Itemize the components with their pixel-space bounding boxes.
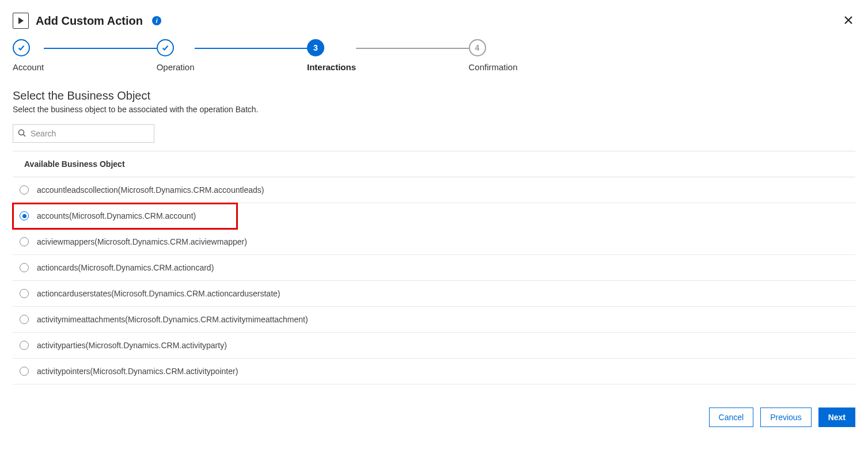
- header-left: Add Custom Action i: [13, 13, 161, 29]
- search-input[interactable]: [29, 128, 149, 139]
- table-row[interactable]: accounts(Microsoft.Dynamics.CRM.account): [13, 203, 237, 229]
- table-row[interactable]: actioncarduserstates(Microsoft.Dynamics.…: [13, 281, 855, 307]
- radio-button[interactable]: [20, 341, 29, 350]
- search-box[interactable]: [13, 124, 154, 143]
- step-label: Confirmation: [469, 62, 518, 72]
- app-icon: [13, 13, 29, 29]
- step-account[interactable]: Account: [13, 39, 44, 72]
- row-label: aciviewmappers(Microsoft.Dynamics.CRM.ac…: [37, 237, 247, 246]
- section-title: Select the Business Object: [13, 89, 855, 102]
- step-connector: [44, 48, 156, 49]
- close-icon[interactable]: [842, 13, 855, 29]
- svg-marker-0: [18, 17, 24, 24]
- table-row[interactable]: activitymimeattachments(Microsoft.Dynami…: [13, 307, 855, 333]
- step-connector: [195, 48, 307, 49]
- radio-button[interactable]: [20, 367, 29, 376]
- radio-button[interactable]: [20, 315, 29, 324]
- table-row[interactable]: activitypointers(Microsoft.Dynamics.CRM.…: [13, 359, 855, 384]
- stepper: AccountOperation3Interactions4Confirmati…: [13, 39, 855, 72]
- table-row[interactable]: accountleadscollection(Microsoft.Dynamic…: [13, 177, 855, 203]
- table-row[interactable]: activityparties(Microsoft.Dynamics.CRM.a…: [13, 333, 855, 359]
- radio-button[interactable]: [20, 211, 29, 220]
- search-icon: [18, 129, 26, 139]
- row-label: activitymimeattachments(Microsoft.Dynami…: [37, 315, 308, 324]
- step-label: Account: [13, 62, 44, 72]
- radio-button[interactable]: [20, 237, 29, 246]
- svg-point-1: [19, 130, 24, 135]
- step-circle: [13, 39, 30, 56]
- step-circle: [157, 39, 174, 56]
- table-row[interactable]: actioncards(Microsoft.Dynamics.CRM.actio…: [13, 255, 855, 281]
- radio-button[interactable]: [20, 185, 29, 195]
- info-icon[interactable]: i: [152, 16, 161, 25]
- table-header: Available Business Object: [13, 151, 855, 177]
- table-row[interactable]: aciviewmappers(Microsoft.Dynamics.CRM.ac…: [13, 229, 855, 255]
- section-subtitle: Select the business object to be associa…: [13, 105, 855, 114]
- row-label: accountleadscollection(Microsoft.Dynamic…: [37, 185, 264, 195]
- step-interactions[interactable]: 3Interactions: [307, 39, 356, 72]
- next-button[interactable]: Next: [818, 408, 855, 427]
- dialog-title: Add Custom Action: [36, 14, 143, 28]
- row-label: activitypointers(Microsoft.Dynamics.CRM.…: [37, 367, 238, 376]
- business-object-table: Available Business Object accountleadsco…: [13, 151, 855, 384]
- svg-line-2: [24, 134, 26, 136]
- previous-button[interactable]: Previous: [760, 408, 811, 427]
- step-circle: 4: [469, 39, 486, 56]
- step-operation[interactable]: Operation: [157, 39, 195, 72]
- step-connector: [356, 48, 468, 49]
- cancel-button[interactable]: Cancel: [709, 408, 754, 427]
- radio-button[interactable]: [20, 289, 29, 298]
- step-label: Operation: [157, 62, 195, 72]
- row-label: actioncards(Microsoft.Dynamics.CRM.actio…: [37, 263, 214, 272]
- step-label: Interactions: [307, 62, 356, 72]
- row-label: activityparties(Microsoft.Dynamics.CRM.a…: [37, 341, 227, 350]
- table-body: accountleadscollection(Microsoft.Dynamic…: [13, 177, 855, 384]
- row-label: accounts(Microsoft.Dynamics.CRM.account): [37, 211, 196, 220]
- row-label: actioncarduserstates(Microsoft.Dynamics.…: [37, 289, 280, 298]
- dialog-header: Add Custom Action i: [13, 13, 855, 29]
- step-confirmation[interactable]: 4Confirmation: [469, 39, 518, 72]
- radio-button[interactable]: [20, 263, 29, 272]
- dialog-footer: Cancel Previous Next: [13, 408, 855, 427]
- step-circle: 3: [307, 39, 324, 56]
